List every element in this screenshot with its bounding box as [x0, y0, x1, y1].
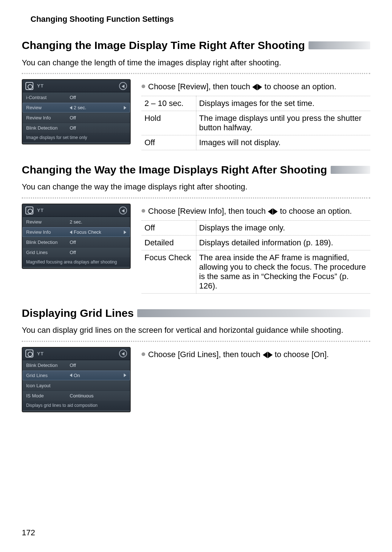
option-val: Displays detailed information (p. 189).: [196, 235, 370, 250]
heading-bar: [309, 41, 370, 49]
instruction-before: Choose [Review], then touch: [148, 82, 252, 91]
section2-screenshot: YT Review 2 sec. Review Info Focus Check: [22, 204, 131, 269]
left-arrow-icon: [70, 106, 72, 110]
cam3-row2: Icon Layout: [23, 380, 130, 391]
row-label: Review: [26, 219, 70, 225]
table-row: Hold The image displays until you press …: [142, 111, 370, 135]
section1-intro: You can change the length of time the im…: [22, 57, 370, 74]
camera-menu-2: YT Review 2 sec. Review Info Focus Check: [22, 204, 131, 269]
section3-intro: You can display grid lines on the screen…: [22, 325, 370, 342]
section2-heading: Changing the Way the Image Displays Righ…: [22, 163, 370, 177]
camera-icon: [25, 207, 33, 214]
cam2-row1: Review Info Focus Check: [23, 227, 130, 237]
cam1-row1: Review 2 sec.: [23, 102, 130, 113]
cam3-row1: Grid Lines On: [23, 370, 130, 380]
section1-screenshot: YT i-Contrast Off Review 2 sec. Rev: [22, 79, 131, 144]
row-label: Grid Lines: [26, 250, 70, 255]
bullet-icon: [142, 209, 145, 213]
row-value: On: [70, 373, 126, 378]
table-row: Off Displays the image only.: [142, 220, 370, 235]
instruction-before: Choose [Grid Lines], then touch: [148, 350, 263, 359]
camera-menu-top: YT: [23, 348, 130, 360]
camera-icon: [25, 349, 33, 357]
cam2-hint: Magnified focusing area displays after s…: [23, 257, 130, 267]
table-row: Focus Check The area inside the AF frame…: [142, 250, 370, 293]
option-key: 2 – 10 sec.: [142, 96, 196, 111]
section2-instruction: Choose [Review Info], then touch to choo…: [142, 206, 370, 217]
row-value: 2 sec.: [70, 105, 126, 110]
cam1-row0: i-Contrast Off: [23, 92, 130, 102]
option-key: Focus Check: [142, 250, 196, 293]
back-icon: [119, 82, 127, 90]
section2-row: YT Review 2 sec. Review Info Focus Check: [22, 204, 370, 294]
instruction-after: to choose an option.: [280, 207, 352, 216]
camera-menu-1: YT i-Contrast Off Review 2 sec. Rev: [22, 79, 131, 144]
row-value: Focus Check: [70, 229, 126, 235]
back-icon: [119, 349, 127, 357]
option-val: Displays the image only.: [196, 220, 370, 235]
option-key: Detailed: [142, 235, 196, 250]
section1-options-table: 2 – 10 sec. Displays images for the set …: [142, 96, 370, 150]
row-value: Off: [70, 115, 126, 120]
cam2-row2: Blink Detection Off: [23, 237, 130, 247]
option-val: Images will not display.: [196, 135, 370, 150]
section2-options-table: Off Displays the image only. Detailed Di…: [142, 220, 370, 294]
section1-row: YT i-Contrast Off Review 2 sec. Rev: [22, 79, 370, 150]
menu-tab-label: YT: [37, 208, 44, 213]
section2-heading-text: Changing the Way the Image Displays Righ…: [22, 163, 327, 177]
section3-heading: Displaying Grid Lines: [22, 306, 370, 320]
manual-page: Changing Shooting Function Settings Chan…: [0, 0, 392, 552]
left-arrow-icon: [70, 373, 72, 377]
cam1-row2: Review Info Off: [23, 113, 130, 123]
cam3-row0: Blink Detection Off: [23, 360, 130, 370]
option-val: Displays images for the set time.: [196, 96, 370, 111]
row-label: Review Info: [26, 115, 70, 120]
right-arrow-icon: [124, 230, 126, 234]
option-key: Off: [142, 135, 196, 150]
cam2-row3: Grid Lines Off: [23, 247, 130, 257]
row-label: Blink Detection: [26, 125, 70, 131]
option-val: The image displays until you press the s…: [196, 111, 370, 135]
cam1-hint: Image displays for set time only: [23, 133, 130, 142]
section1-heading-text: Changing the Image Display Time Right Af…: [22, 38, 305, 52]
cam1-row3: Blink Detection Off: [23, 123, 130, 133]
cam2-row0: Review 2 sec.: [23, 217, 130, 227]
section3-screenshot: YT Blink Detection Off Grid Lines On: [22, 347, 131, 412]
heading-bar: [137, 309, 370, 317]
bullet-icon: [142, 85, 145, 88]
camera-menu-top: YT: [23, 80, 130, 92]
row-value: 2 sec.: [70, 219, 126, 225]
table-row: Detailed Displays detailed information (…: [142, 235, 370, 250]
row-label: Icon Layout: [26, 383, 70, 388]
cam3-row3: IS Mode Continuous: [23, 391, 130, 401]
row-label: Review Info: [26, 229, 70, 235]
left-right-icon: [252, 84, 262, 90]
section1-content: Choose [Review], then touch to choose an…: [142, 79, 370, 150]
option-key: Off: [142, 220, 196, 235]
option-val: The area inside the AF frame is magnifie…: [196, 250, 370, 293]
right-arrow-icon: [124, 373, 126, 377]
page-number: 172: [22, 528, 35, 537]
row-label: i-Contrast: [26, 95, 70, 100]
right-arrow-icon: [124, 106, 126, 110]
bullet-icon: [142, 352, 145, 356]
section3-heading-text: Displaying Grid Lines: [22, 306, 134, 320]
row-value: Off: [70, 363, 126, 368]
menu-tab-label: YT: [37, 351, 44, 356]
heading-bar: [331, 166, 370, 174]
camera-menu-top: YT: [23, 204, 130, 217]
left-right-icon: [263, 352, 273, 358]
instruction-after: to choose an option.: [265, 82, 336, 91]
back-icon: [119, 207, 127, 214]
section2-content: Choose [Review Info], then touch to choo…: [142, 204, 370, 294]
left-right-icon: [268, 208, 278, 215]
menu-tab-label: YT: [37, 83, 44, 89]
section2-intro: You can change the way the image display…: [22, 181, 370, 199]
row-label: Review: [26, 105, 70, 110]
row-value: Off: [70, 125, 126, 131]
instruction-after: to choose [On].: [275, 350, 329, 359]
section1-instruction: Choose [Review], then touch to choose an…: [142, 81, 370, 92]
row-value: Continuous: [70, 393, 126, 398]
section3-row: YT Blink Detection Off Grid Lines On: [22, 347, 370, 412]
row-label: Blink Detection: [26, 240, 70, 245]
